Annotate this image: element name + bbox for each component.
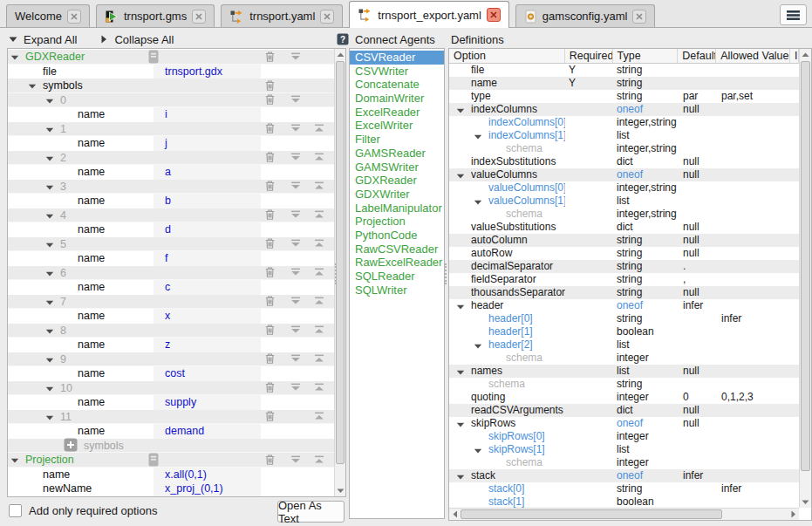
column-header-I[interactable]: I: [790, 49, 799, 63]
column-header-Allowed Values[interactable]: Allowed Values: [716, 49, 790, 63]
agent-item-Projection[interactable]: Projection: [350, 215, 444, 229]
agent-item-CSVWriter[interactable]: CSVWriter: [350, 65, 444, 79]
trash-icon[interactable]: [263, 151, 276, 164]
tree-value[interactable]: demand: [154, 424, 261, 439]
agent-item-ExcelWriter[interactable]: ExcelWriter: [350, 119, 444, 133]
splitter-handle[interactable]: [445, 263, 447, 284]
expander-icon[interactable]: [10, 456, 19, 465]
page-icon[interactable]: [147, 50, 160, 64]
trash-icon[interactable]: [263, 266, 276, 279]
movedown-icon[interactable]: [289, 121, 303, 135]
tree-value[interactable]: j: [154, 136, 261, 151]
splitter-handle[interactable]: [335, 263, 337, 284]
expander-icon[interactable]: [456, 420, 465, 429]
agent-item-SQLReader[interactable]: SQLReader: [350, 270, 444, 283]
expand-all-button[interactable]: Expand All: [9, 33, 77, 46]
expander-icon[interactable]: [456, 172, 465, 181]
expander-icon[interactable]: [474, 447, 482, 455]
tab-trnsport_export.yaml[interactable]: trnsport_export.yaml: [349, 1, 509, 28]
option-type[interactable]: oneof: [617, 417, 643, 429]
trash-icon[interactable]: [263, 93, 276, 106]
agent-item-GDXReader[interactable]: GDXReader: [350, 174, 444, 188]
expander-icon[interactable]: [45, 270, 54, 278]
scroll-right-icon[interactable]: [788, 509, 799, 520]
trash-icon[interactable]: [263, 180, 276, 193]
expander-icon[interactable]: [474, 198, 482, 207]
moveup-icon[interactable]: [312, 409, 326, 423]
scroll-left-icon[interactable]: [449, 509, 461, 520]
moveup-icon[interactable]: [312, 323, 326, 337]
option-name[interactable]: indexColumns[1]: [488, 129, 565, 141]
column-header-Type[interactable]: Type: [613, 49, 679, 63]
trash-icon[interactable]: [263, 295, 276, 308]
expander-icon[interactable]: [45, 413, 54, 422]
column-header-Option[interactable]: Option: [449, 49, 565, 63]
scrollbar-thumb[interactable]: [801, 61, 810, 471]
movedown-icon[interactable]: [289, 50, 303, 64]
close-icon[interactable]: [67, 10, 81, 24]
moveup-icon[interactable]: [312, 179, 326, 193]
option-name[interactable]: stack[0]: [488, 482, 524, 495]
tree-value[interactable]: d: [154, 222, 261, 237]
help-icon[interactable]: ?: [337, 33, 349, 45]
expander-icon[interactable]: [45, 327, 54, 336]
tree-value[interactable]: x: [154, 309, 261, 324]
close-red-icon[interactable]: [487, 8, 501, 22]
add-symbol-icon[interactable]: [64, 438, 78, 452]
movedown-icon[interactable]: [289, 453, 303, 467]
agent-item-Filter[interactable]: Filter: [350, 133, 444, 147]
moveup-icon[interactable]: [312, 352, 326, 365]
expander-icon[interactable]: [45, 356, 54, 365]
agent-item-RawCSVReader[interactable]: RawCSVReader: [350, 243, 444, 256]
moveup-icon[interactable]: [312, 121, 326, 135]
expander-icon[interactable]: [456, 368, 465, 377]
agent-item-CSVReader[interactable]: CSVReader: [350, 51, 444, 65]
expander-icon[interactable]: [474, 342, 482, 351]
scrollbar-thumb[interactable]: [336, 61, 345, 464]
option-name[interactable]: valueColumns[1]: [488, 195, 565, 207]
close-icon[interactable]: [320, 10, 334, 24]
trash-icon[interactable]: [263, 324, 276, 337]
movedown-icon[interactable]: [289, 323, 303, 337]
trash-icon[interactable]: [263, 381, 276, 394]
movedown-icon[interactable]: [289, 179, 303, 193]
collapse-all-button[interactable]: Collapse All: [99, 33, 174, 46]
expander-icon[interactable]: [474, 133, 482, 141]
tree-value[interactable]: x_proj_(0,1): [154, 482, 261, 496]
expander-icon[interactable]: [45, 298, 54, 307]
agent-item-SQLWriter[interactable]: SQLWriter: [350, 283, 444, 297]
trash-icon[interactable]: [263, 122, 276, 135]
option-name[interactable]: indexColumns[0]: [488, 116, 565, 128]
option-type[interactable]: oneof: [617, 469, 643, 482]
option-name[interactable]: skipRows[0]: [488, 430, 545, 442]
trash-icon[interactable]: [263, 410, 276, 423]
scrollbar-thumb[interactable]: [461, 509, 722, 519]
tree-value[interactable]: a: [154, 165, 261, 180]
scroll-up-icon[interactable]: [800, 49, 811, 60]
agent-item-DomainWriter[interactable]: DomainWriter: [350, 92, 444, 106]
expander-icon[interactable]: [45, 212, 54, 221]
trash-icon[interactable]: [263, 237, 276, 250]
tree-value[interactable]: cost: [154, 366, 261, 381]
option-type[interactable]: oneof: [617, 103, 643, 115]
moveup-icon[interactable]: [312, 150, 326, 164]
movedown-icon[interactable]: [289, 92, 303, 106]
trash-icon[interactable]: [263, 352, 276, 365]
expander-icon[interactable]: [45, 385, 54, 393]
agent-item-Concatenate[interactable]: Concatenate: [350, 78, 444, 92]
definitions-vscrollbar[interactable]: [799, 49, 811, 508]
tab-trnsport.gms[interactable]: trnsport.gms: [96, 4, 215, 27]
definitions-hscrollbar[interactable]: [449, 508, 799, 520]
moveup-icon[interactable]: [312, 453, 326, 467]
movedown-icon[interactable]: [289, 150, 303, 164]
agent-item-LabelManipulator[interactable]: LabelManipulator: [350, 202, 444, 215]
tab-trnsport.yaml[interactable]: trnsport.yaml: [221, 4, 343, 27]
movedown-icon[interactable]: [289, 236, 303, 250]
expander-icon[interactable]: [456, 106, 465, 115]
close-icon[interactable]: [192, 10, 206, 24]
expander-icon[interactable]: [456, 473, 465, 482]
tree-value[interactable]: b: [154, 194, 261, 208]
movedown-icon[interactable]: [289, 380, 303, 394]
tree-value[interactable]: supply: [154, 395, 261, 410]
open-as-text-button[interactable]: Open As Text: [277, 501, 345, 523]
